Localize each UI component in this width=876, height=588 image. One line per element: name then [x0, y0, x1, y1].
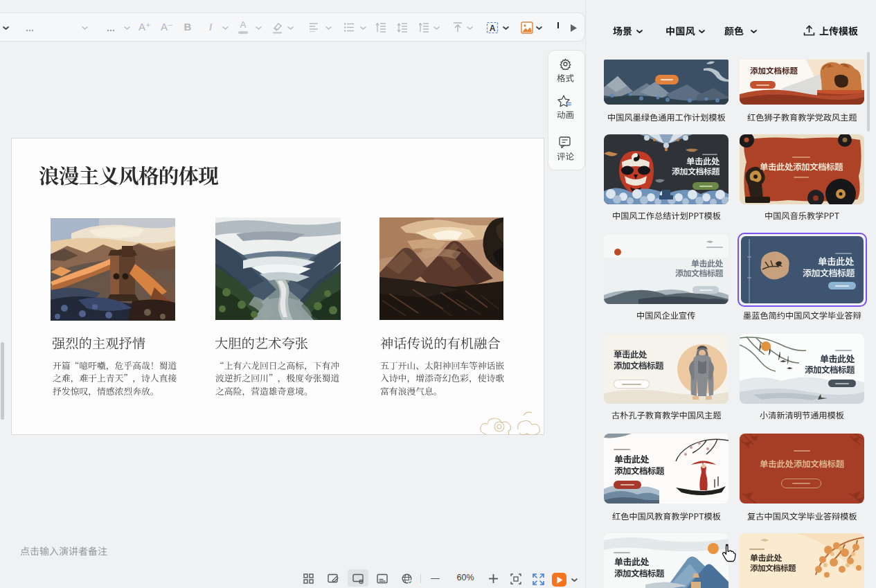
svg-text:A: A	[490, 24, 496, 33]
